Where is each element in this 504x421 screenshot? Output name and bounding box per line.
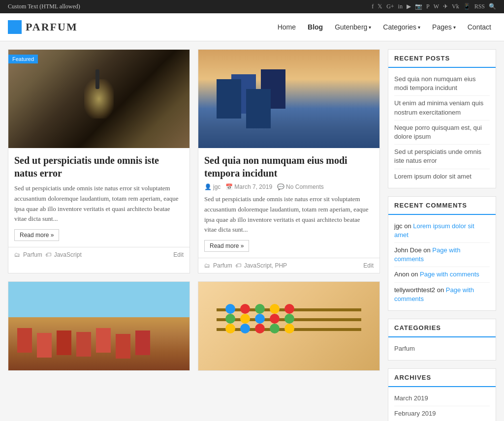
list-item: Anon on Page with comments bbox=[394, 267, 490, 282]
list-item: John Doe on Page with comments bbox=[394, 243, 490, 267]
social-icons-bar: f 𝕏 G+ in ▶ 📷 P W ✈ Vk 📱 RSS 🔍 bbox=[372, 3, 496, 10]
comment-icon: 💬 bbox=[277, 183, 284, 190]
featured-badge: Featured bbox=[8, 55, 38, 63]
list-item: jgc on Lorem ipsum dolor sit amet bbox=[394, 219, 490, 243]
topbar-custom-text: Custom Text (HTML allowed) bbox=[8, 3, 80, 10]
post-edit-2[interactable]: Edit bbox=[363, 262, 374, 269]
post-edit-1[interactable]: Edit bbox=[173, 251, 184, 258]
archives-list: March 2019 February 2019 bbox=[394, 391, 490, 421]
instagram-icon[interactable]: 📷 bbox=[415, 3, 422, 10]
nav-gutenberg[interactable]: Gutenberg bbox=[330, 20, 376, 34]
wordpress-icon[interactable]: W bbox=[434, 3, 439, 10]
post-card-2: Sed quia non numquam eius modi tempora i… bbox=[198, 49, 380, 273]
read-more-1[interactable]: Read more » bbox=[14, 229, 59, 241]
post-category-1[interactable]: Parfum bbox=[23, 251, 42, 258]
vk-icon[interactable]: Vk bbox=[452, 3, 459, 10]
post-footer-1: 🗂 Parfum 🏷 JavaScript Edit bbox=[8, 247, 189, 262]
post-card-3 bbox=[8, 281, 190, 371]
recent-posts-content: Sed quia non numquam eius modi tempora i… bbox=[388, 68, 496, 188]
recent-post-link-4[interactable]: Sed ut perspiciatis unde omnis iste natu… bbox=[394, 148, 481, 164]
post-title-2: Sed quia non numquam eius modi tempora i… bbox=[204, 154, 374, 180]
nav-blog[interactable]: Blog bbox=[303, 20, 328, 34]
search-icon[interactable]: 🔍 bbox=[489, 3, 496, 10]
post-title-1: Sed ut perspiciatis unde omnis iste natu… bbox=[14, 154, 184, 180]
nav-pages-dropdown[interactable]: Pages bbox=[427, 20, 461, 34]
list-item: Neque porro quisquam est, qui dolore ips… bbox=[394, 120, 490, 145]
list-item: Parfum bbox=[394, 341, 490, 356]
post-tags-1: 🗂 Parfum 🏷 JavaScript bbox=[14, 251, 82, 258]
category-link-1[interactable]: Parfum bbox=[394, 345, 415, 352]
archives-content: March 2019 February 2019 bbox=[388, 387, 496, 421]
site-header: PARFUM Home Blog Gutenberg Categories Pa… bbox=[0, 13, 504, 41]
archive-link-2[interactable]: February 2019 bbox=[394, 410, 436, 417]
categories-widget: CATEGORIES Parfum bbox=[388, 319, 496, 361]
comment-author-1: jgc bbox=[394, 222, 403, 230]
telegram-icon[interactable]: ✈ bbox=[443, 3, 448, 10]
categories-content: Parfum bbox=[388, 337, 496, 360]
categories-list: Parfum bbox=[394, 341, 490, 356]
archives-title: ARCHIVES bbox=[388, 369, 496, 387]
category-icon: 🗂 bbox=[14, 251, 20, 258]
nav-pages[interactable]: Pages bbox=[427, 20, 461, 34]
post-body-2: Sed quia non numquam eius modi tempora i… bbox=[198, 148, 379, 258]
site-logo[interactable]: PARFUM bbox=[8, 20, 78, 34]
logo-text: PARFUM bbox=[26, 21, 78, 33]
sidebar: RECENT POSTS Sed quia non numquam eius m… bbox=[388, 49, 496, 421]
nav-categories[interactable]: Categories bbox=[378, 20, 425, 34]
post-footer-2: 🗂 Parfum 🏷 JavaScript, PHP Edit bbox=[198, 258, 379, 273]
list-item: February 2019 bbox=[394, 406, 490, 421]
nav-contact[interactable]: Contact bbox=[463, 20, 496, 34]
rss-icon[interactable]: RSS bbox=[474, 3, 485, 10]
recent-comments-widget: RECENT COMMENTS jgc on Lorem ipsum dolor… bbox=[388, 196, 496, 311]
categories-title: CATEGORIES bbox=[388, 319, 496, 337]
nav-categories-dropdown[interactable]: Categories bbox=[378, 20, 425, 34]
linkedin-icon[interactable]: in bbox=[398, 3, 403, 10]
comment-author-3: Anon bbox=[394, 271, 409, 278]
list-item: Lorem ipsum dolor sit amet bbox=[394, 169, 490, 184]
facebook-icon[interactable]: f bbox=[372, 3, 374, 10]
post-excerpt-1: Sed ut perspiciatis unde omnis iste natu… bbox=[14, 183, 184, 224]
comment-author-4: tellyworthtest2 bbox=[394, 286, 435, 294]
comment-author-2: John Doe bbox=[394, 246, 422, 254]
recent-comments-list: jgc on Lorem ipsum dolor sit amet John D… bbox=[394, 219, 490, 306]
post-thumb-4 bbox=[198, 282, 379, 370]
read-more-2[interactable]: Read more » bbox=[204, 240, 249, 252]
post-title-link-2[interactable]: Sed quia non numquam eius modi tempora i… bbox=[204, 155, 347, 179]
topbar: Custom Text (HTML allowed) f 𝕏 G+ in ▶ 📷… bbox=[0, 0, 504, 13]
recent-posts-widget: RECENT POSTS Sed quia non numquam eius m… bbox=[388, 49, 496, 188]
google-plus-icon[interactable]: G+ bbox=[386, 3, 394, 10]
nav-home[interactable]: Home bbox=[273, 20, 301, 34]
post-body-1: Sed ut perspiciatis unde omnis iste natu… bbox=[8, 148, 189, 247]
post-category-2[interactable]: Parfum bbox=[213, 262, 232, 269]
whatsapp-icon[interactable]: 📱 bbox=[463, 3, 471, 10]
pinterest-icon[interactable]: P bbox=[426, 3, 430, 10]
list-item: Ut enim ad minima veniam quis nostrum ex… bbox=[394, 96, 490, 120]
post-card-1: Featured Sed ut perspiciatis unde omnis … bbox=[8, 49, 190, 273]
recent-posts-title: RECENT POSTS bbox=[388, 50, 496, 68]
post-thumb-3 bbox=[8, 282, 189, 370]
archive-link-1[interactable]: March 2019 bbox=[394, 394, 428, 402]
post-author-2: 👤 jgc bbox=[204, 183, 220, 190]
twitter-icon[interactable]: 𝕏 bbox=[378, 3, 382, 10]
logo-square bbox=[8, 20, 22, 34]
posts-grid: Featured Sed ut perspiciatis unde omnis … bbox=[8, 49, 380, 371]
list-item: tellyworthtest2 on Page with comments bbox=[394, 283, 490, 306]
post-tag-2[interactable]: JavaScript, PHP bbox=[244, 262, 287, 269]
main-nav: Home Blog Gutenberg Categories Pages Con… bbox=[273, 20, 496, 34]
nav-gutenberg-dropdown[interactable]: Gutenberg bbox=[330, 20, 376, 34]
calendar-icon: 📅 bbox=[225, 183, 233, 190]
recent-comments-title: RECENT COMMENTS bbox=[388, 197, 496, 215]
post-tag-1[interactable]: JavaScript bbox=[54, 251, 82, 258]
post-title-link-1[interactable]: Sed ut perspiciatis unde omnis iste natu… bbox=[14, 155, 159, 179]
recent-comments-content: jgc on Lorem ipsum dolor sit amet John D… bbox=[388, 215, 496, 310]
post-meta-2: 👤 jgc 📅 March 7, 2019 💬 No Comments bbox=[204, 183, 374, 190]
recent-post-link-5[interactable]: Lorem ipsum dolor sit amet bbox=[394, 173, 472, 180]
youtube-icon[interactable]: ▶ bbox=[407, 3, 411, 10]
archives-widget: ARCHIVES March 2019 February 2019 bbox=[388, 368, 496, 421]
post-comments-2: 💬 No Comments bbox=[277, 183, 324, 190]
post-date-2: 📅 March 7, 2019 bbox=[225, 183, 272, 190]
recent-post-link-1[interactable]: Sed quia non numquam eius modi tempora i… bbox=[394, 75, 476, 91]
recent-post-link-3[interactable]: Neque porro quisquam est, qui dolore ips… bbox=[394, 124, 482, 140]
recent-post-link-2[interactable]: Ut enim ad minima veniam quis nostrum ex… bbox=[394, 99, 483, 116]
comment-on-link-3[interactable]: Page with comments bbox=[420, 271, 479, 278]
